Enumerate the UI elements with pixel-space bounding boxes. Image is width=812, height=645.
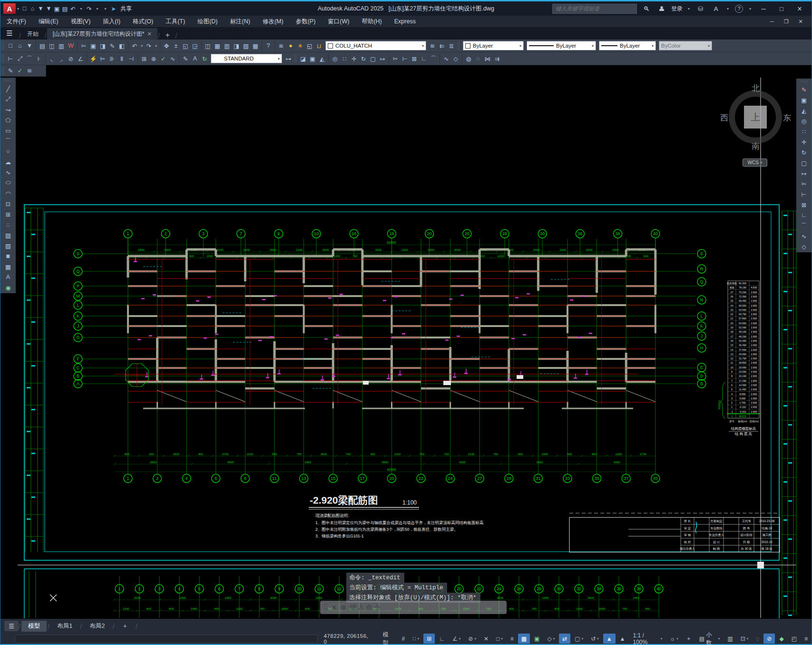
command-close-icon[interactable]: ✕ xyxy=(332,604,337,611)
line-icon[interactable]: ╱ xyxy=(3,84,13,93)
zoom-realtime-icon[interactable]: ± xyxy=(171,41,181,50)
rotate-icon[interactable]: ↻ xyxy=(799,148,809,157)
save-as-icon[interactable]: ▼ xyxy=(45,5,53,13)
dim-jog-line-icon[interactable]: ∿ xyxy=(168,54,177,63)
ortho-icon[interactable]: ∟ xyxy=(436,634,448,644)
menu-7[interactable]: 绘图(D) xyxy=(191,16,224,27)
new-layout-button[interactable]: ＋ xyxy=(116,621,135,632)
dim-linear-icon[interactable]: ⊢ xyxy=(6,54,15,63)
help-icon[interactable]: ? xyxy=(735,5,743,13)
menu-4[interactable]: 插入(I) xyxy=(97,16,127,27)
center-mark-icon[interactable]: ⊕ xyxy=(149,54,158,63)
group-icon[interactable]: ◍ xyxy=(464,54,473,63)
viewcube[interactable]: 北 南 西 东 上 xyxy=(722,84,789,150)
new-icon[interactable]: □ xyxy=(6,41,15,50)
chamfer-icon[interactable]: ∟ xyxy=(419,54,429,63)
doc-minimize-button[interactable]: ─ xyxy=(765,17,779,26)
open-from-web-icon[interactable]: ▣ xyxy=(53,5,61,13)
point-icon[interactable]: ∴ xyxy=(3,220,13,229)
help-icon[interactable]: ? xyxy=(264,41,273,50)
model-space-toggle[interactable]: 模型 xyxy=(380,634,398,644)
cut-icon[interactable]: ✂ xyxy=(79,41,88,50)
selection-filter-icon[interactable]: ▢▾ xyxy=(571,634,587,644)
blend-icon[interactable]: ∿ xyxy=(799,231,809,241)
sheet-set-icon[interactable]: ◨ xyxy=(232,41,241,50)
stretch-icon[interactable]: ↦ xyxy=(378,54,387,63)
pan-icon[interactable]: ✥ xyxy=(162,41,171,50)
designcenter-icon[interactable]: ▦ xyxy=(213,41,222,50)
stretch-icon[interactable]: ↦ xyxy=(799,169,809,178)
graphics-performance-icon[interactable]: ⊘ xyxy=(763,634,775,644)
viewcube-ring[interactable] xyxy=(729,90,782,144)
annotation-visibility-icon[interactable]: ▲ xyxy=(603,634,616,644)
region-icon[interactable]: ◙ xyxy=(3,251,13,261)
cart-icon[interactable]: ⛁ xyxy=(696,4,705,13)
construction-line-icon[interactable]: ⤢ xyxy=(3,94,13,104)
selection-cycling-icon[interactable]: ▣ xyxy=(531,634,543,644)
tab-layout2[interactable]: 布局2 xyxy=(83,621,111,632)
chamfer-icon[interactable]: ∟ xyxy=(799,210,809,220)
redo-icon[interactable]: ↷ xyxy=(85,5,93,13)
scale-icon[interactable]: ▢ xyxy=(799,158,809,168)
gradient-icon[interactable]: ▧ xyxy=(3,241,13,250)
app-hamburger-icon[interactable]: ☰ xyxy=(0,27,19,40)
annotation-monitor-icon[interactable]: ＋ xyxy=(683,634,695,644)
layer-previous-icon[interactable]: ⇇ xyxy=(437,41,447,50)
erase-icon[interactable]: ◪ xyxy=(298,54,308,63)
clean-screen-icon[interactable]: ◰ xyxy=(788,634,800,644)
dim-baseline-icon[interactable]: ⊨ xyxy=(98,54,108,63)
isodraft-icon[interactable]: ⊘▾ xyxy=(465,634,479,644)
tab-model[interactable]: 模型 xyxy=(21,621,47,632)
move-icon[interactable]: ✛ xyxy=(799,137,809,147)
doc-close-button[interactable]: ✕ xyxy=(793,17,808,26)
menu-2[interactable]: 编辑(E) xyxy=(32,16,65,27)
dim-ordinate-icon[interactable]: ⊦ xyxy=(34,54,44,63)
offset-icon[interactable]: ◎ xyxy=(330,54,340,63)
undo-icon[interactable]: ↶ xyxy=(69,5,77,13)
viewcube-north[interactable]: 北 xyxy=(752,83,760,94)
workspace-gear-icon[interactable]: ☼▾ xyxy=(666,634,682,644)
undo-icon[interactable]: ↶ xyxy=(130,41,139,50)
dim-inspect-icon[interactable]: ✓ xyxy=(158,54,168,63)
tab-document[interactable]: [山东]某27层剪力墙住宅结构设计图* ✕ xyxy=(47,28,157,40)
toolbar-grip[interactable] xyxy=(1,41,5,50)
publish-icon[interactable]: ▥ xyxy=(57,41,66,50)
tab-start[interactable]: 开始 xyxy=(21,28,44,40)
toolbar-grip[interactable] xyxy=(1,67,5,75)
block-editor-icon[interactable]: ◧ xyxy=(117,41,127,50)
dim-break-icon[interactable]: ⊣ xyxy=(127,54,136,63)
revision-cloud-icon[interactable]: ☁ xyxy=(3,157,13,167)
drawing-canvas[interactable]: 1237910161820262830363840124681113151720… xyxy=(0,77,812,619)
dim-arclength-icon[interactable]: ⌒ xyxy=(25,54,34,63)
erase-icon[interactable]: ✎ xyxy=(799,85,809,94)
autodesk-icon[interactable]: A xyxy=(711,4,721,13)
menu-5[interactable]: 格式(O) xyxy=(127,16,159,27)
layer-unlock-icon[interactable]: ⊔ xyxy=(314,41,324,50)
break-icon[interactable]: ⊠ xyxy=(799,200,809,209)
dimstyle-combobox[interactable]: STANDARD▾ xyxy=(211,54,282,63)
transparency-icon[interactable]: ▦ xyxy=(518,634,530,644)
table-icon[interactable]: ▦ xyxy=(3,262,13,271)
menu-13[interactable]: Express xyxy=(388,16,422,27)
viewcube-south[interactable]: 南 xyxy=(752,141,760,152)
layer-properties-icon[interactable]: ≋ xyxy=(276,41,286,50)
quick-dim-icon[interactable]: ⚡ xyxy=(88,54,98,63)
menu-11[interactable]: 窗口(W) xyxy=(322,16,355,27)
plot-icon[interactable]: ▤ xyxy=(38,41,47,50)
polygon-icon[interactable]: ⬠ xyxy=(3,115,13,125)
copy-icon[interactable]: ▣ xyxy=(799,95,809,105)
tab-layout1[interactable]: 布局1 xyxy=(50,621,79,632)
new-tab-button[interactable]: ＋ xyxy=(160,30,175,40)
rectangle-icon[interactable]: ▭ xyxy=(3,126,13,135)
copy-clip-icon[interactable]: ▣ xyxy=(88,41,98,50)
menu-1[interactable]: 文件(F) xyxy=(0,16,32,27)
dim-update-icon[interactable]: ↻ xyxy=(200,54,209,63)
zoom-window-icon[interactable]: ◱ xyxy=(181,41,190,50)
wcs-menu[interactable]: WCS▾ xyxy=(743,159,767,167)
layer-combobox[interactable]: COLU_HATCH▾ xyxy=(325,41,426,50)
object-snap-tracking-icon[interactable]: ✕ xyxy=(480,634,492,644)
make-object-layer-current-icon[interactable]: ≋ xyxy=(428,41,437,50)
join-icon[interactable]: ⋈ xyxy=(483,54,492,63)
autoscale-icon[interactable]: ▲ xyxy=(616,634,629,644)
dim-aligned-icon[interactable]: ⤢ xyxy=(15,54,25,63)
